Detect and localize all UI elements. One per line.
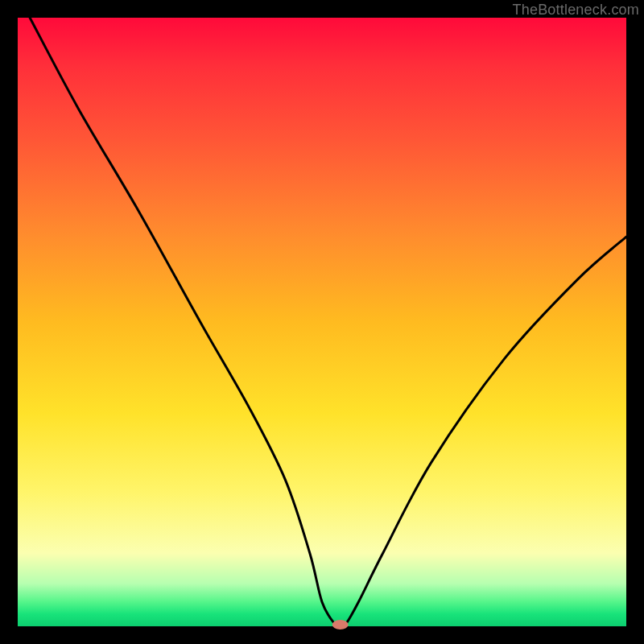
min-marker <box>332 620 349 630</box>
chart-frame: TheBottleneck.com <box>0 0 644 644</box>
bottleneck-curve <box>30 18 626 626</box>
attribution-text: TheBottleneck.com <box>513 2 639 19</box>
plot-area <box>18 18 626 626</box>
curve-layer <box>18 18 626 626</box>
